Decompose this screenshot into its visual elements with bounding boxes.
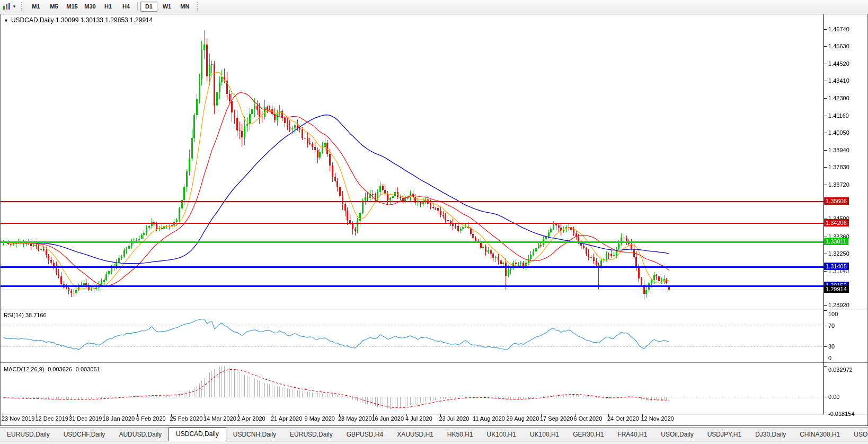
timeframe-button-h4[interactable]: H4: [118, 2, 135, 12]
date-axis-label: 23 Nov 2019: [2, 415, 34, 422]
top-toolbar: ▼ M1M5M15M30H1H4D1W1MN: [0, 0, 868, 13]
rsi-axis-tick: 30: [828, 343, 835, 350]
price-axis-tick: 1.41160: [828, 112, 849, 119]
chart-tab-usoil-h1[interactable]: USOil,H1: [847, 429, 868, 441]
chart-tab-fra40-h1[interactable]: FRA40,H1: [610, 429, 654, 441]
rsi-axis-tick: 70: [828, 323, 835, 329]
chart-tab-usoil-daily[interactable]: USOil,Daily: [654, 429, 700, 441]
chart-title-text: USDCAD,Daily 1.30099 1.30133 1.29853 1.2…: [11, 16, 153, 24]
date-axis-label: 25 Feb 2020: [170, 415, 203, 422]
date-axis-label: 9 May 2020: [305, 415, 335, 422]
chart-tab-uk100-h1[interactable]: UK100,H1: [480, 429, 523, 441]
timeframe-button-mn[interactable]: MN: [176, 2, 193, 12]
toolbar-grip-right[interactable]: [197, 2, 200, 11]
date-axis-label: 23 Jul 2020: [439, 415, 470, 422]
price-marker-label: 1.31405: [824, 263, 849, 270]
chart-tab-xauusd-h1[interactable]: XAUUSD,H1: [390, 429, 440, 441]
price-marker-label: 1.29914: [824, 285, 849, 293]
chart-tab-eurusd-daily[interactable]: EURUSD,Daily: [283, 429, 340, 441]
date-axis-label: 4 Jul 2020: [405, 415, 432, 422]
timeframe-button-m30[interactable]: M30: [82, 2, 99, 12]
date-axis-label: 11 Aug 2020: [473, 415, 505, 422]
timeframe-button-m5[interactable]: M5: [46, 2, 63, 12]
timeframe-button-m1[interactable]: M1: [28, 2, 45, 12]
chart-tab-gbpusd-h4[interactable]: GBPUSD,H4: [340, 429, 390, 441]
chart-tab-ger30-h1[interactable]: GER30,H1: [566, 429, 610, 441]
price-marker-label: 1.33011: [824, 238, 848, 245]
date-axis-label: 28 May 2020: [338, 415, 372, 422]
toolbar-divider: [137, 2, 138, 11]
timeframe-button-d1[interactable]: D1: [140, 2, 157, 12]
date-axis-label: 29 Aug 2020: [507, 415, 539, 422]
price-axis-tick: 1.28920: [828, 302, 849, 308]
date-axis-label: 12 Dec 2019: [36, 415, 68, 422]
date-axis-label: 6 Feb 2020: [136, 415, 166, 422]
date-axis-label: 14 Mar 2020: [203, 415, 236, 422]
timeframe-button-h1[interactable]: H1: [100, 2, 117, 12]
macd-axis-tick: 0.032972: [828, 367, 853, 373]
timeframe-button-m15[interactable]: M15: [64, 2, 81, 12]
date-axis-label: 2 Apr 2020: [237, 415, 265, 422]
chart-tab-bar: EURUSD,DailyUSDCHF,DailyAUDUSD,DailyUSDC…: [0, 427, 868, 441]
chart-tab-audusd-daily[interactable]: AUDUSD,Daily: [112, 429, 169, 441]
chart-tab-eurusd-daily[interactable]: EURUSD,Daily: [0, 429, 57, 441]
macd-axis-tick: 0.00: [828, 394, 839, 400]
price-axis-tick: 1.42300: [828, 95, 849, 101]
price-axis-tick: 1.38940: [828, 147, 849, 153]
macd-axis-tick: -0.018154: [828, 411, 855, 417]
date-axis-label: 24 Oct 2020: [607, 415, 639, 422]
date-axis-label: 6 Oct 2020: [574, 415, 603, 422]
chart-tab-usdjpy-h1[interactable]: USDJPY,H1: [701, 429, 748, 441]
chart-tab-usdcnh-daily[interactable]: USDCNH,Daily: [226, 429, 283, 441]
price-chart-canvas[interactable]: [0, 14, 868, 426]
price-axis-tick: 1.37830: [828, 164, 849, 170]
rsi-axis-tick: 100: [828, 311, 838, 317]
price-axis-tick: 1.36720: [828, 181, 849, 188]
chart-title: ▼USDCAD,Daily 1.30099 1.30133 1.29853 1.…: [4, 16, 153, 24]
price-marker-label: 1.34206: [824, 219, 849, 227]
chart-tools-caret-icon[interactable]: ▼: [12, 4, 16, 9]
price-marker-label: 1.35606: [824, 197, 849, 205]
rsi-indicator-label: RSI(14) 38.7166: [4, 312, 47, 318]
price-axis-tick: 1.43410: [828, 77, 849, 84]
rsi-axis-tick: 0: [828, 355, 831, 361]
date-axis-label: 21 Apr 2020: [271, 415, 302, 422]
date-axis-label: 18 Jan 2020: [103, 415, 135, 422]
date-axis-label: 16 Jun 2020: [372, 415, 404, 422]
macd-indicator-label: MACD(12,26,9) -0.003626 -0.003051: [4, 366, 100, 372]
chart-tab-dj30-daily[interactable]: DJ30,Daily: [748, 429, 793, 441]
chart-tab-uk100-h1[interactable]: UK100,H1: [523, 429, 566, 441]
toolbar-grip[interactable]: [21, 2, 24, 11]
price-axis-tick: 1.46740: [828, 26, 849, 32]
chart-tab-hk50-h1[interactable]: HK50,H1: [440, 429, 480, 441]
price-axis-tick: 1.32250: [828, 250, 849, 257]
chart-collapse-icon[interactable]: ▼: [4, 18, 8, 23]
price-axis-tick: 1.45630: [828, 43, 849, 49]
chart-tools-icon[interactable]: [2, 2, 12, 11]
price-axis-tick: 1.40050: [828, 129, 849, 136]
date-axis-label: 31 Dec 2019: [69, 415, 102, 422]
chart-tab-usdcad-daily[interactable]: USDCAD,Daily: [169, 428, 226, 441]
chart-tab-usdchf-daily[interactable]: USDCHF,Daily: [57, 429, 112, 441]
price-axis-tick: 1.44520: [828, 60, 849, 67]
date-axis-label: 17 Sep 2020: [540, 415, 573, 422]
chart-tab-china300-h1[interactable]: CHINA300,H1: [793, 429, 847, 441]
chart-window: 1.467401.456301.445201.434101.423001.411…: [0, 14, 868, 426]
date-axis-label: 12 Nov 2020: [641, 415, 674, 422]
timeframe-button-w1[interactable]: W1: [158, 2, 175, 12]
